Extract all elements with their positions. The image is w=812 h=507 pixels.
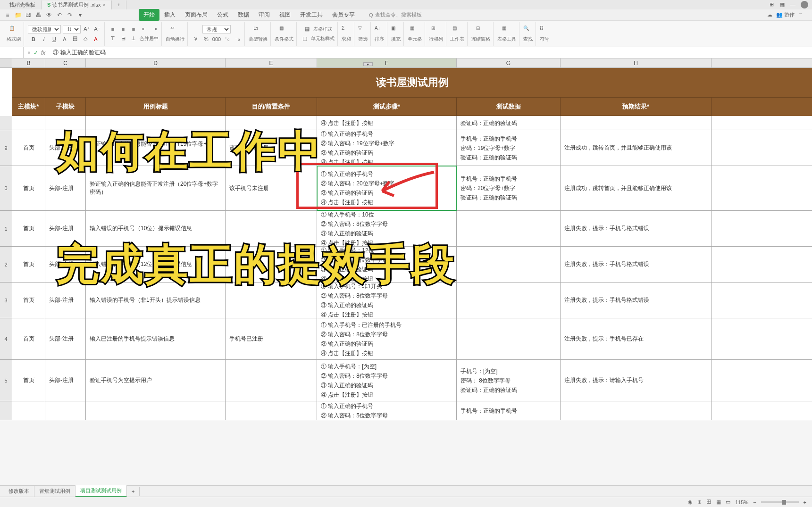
cell-steps[interactable]: ① 输入手机号：已注册的手机号② 输入密码：8位数字字母③ 输入正确的验证码④ … <box>317 318 457 359</box>
tab-review[interactable]: 审阅 <box>254 9 275 21</box>
cell-title[interactable]: 验证手机号为空提示用户 <box>86 360 226 401</box>
collab-button[interactable]: 👥 协作 <box>776 11 795 18</box>
sheet-tab-3[interactable]: 项目测试测试用例 <box>75 485 127 497</box>
cell-steps[interactable]: ④ 点击【注册】按钮 <box>317 116 457 130</box>
confirm-icon[interactable]: ✓ <box>33 50 38 56</box>
cell-data[interactable]: 手机号：[为空]密码： 8位数字字母验证码：正确的验证码 <box>457 360 561 401</box>
indent-icon[interactable]: ⇤ <box>140 25 148 33</box>
valign-top-icon[interactable]: ⊤ <box>109 35 117 42</box>
tab-vip[interactable]: 会员专享 <box>327 9 360 21</box>
font-size-select[interactable]: 10 <box>63 25 81 33</box>
tab-layout[interactable]: 页面布局 <box>180 9 212 21</box>
file-tab[interactable]: S 读书屋测试用例 .xlsx × <box>42 0 112 9</box>
row-number[interactable]: 0 <box>0 166 12 210</box>
view-normal-icon[interactable]: 田 <box>706 499 712 506</box>
cell-main[interactable]: 首页 <box>12 247 45 282</box>
row-number[interactable]: 1 <box>0 211 12 246</box>
cell-title[interactable]: 输入已注册的手机号提示错误信息 <box>86 318 226 359</box>
find-button[interactable]: 🔍查找 <box>523 25 533 42</box>
tab-data[interactable]: 数据 <box>233 9 254 21</box>
cell-expected[interactable]: 注册失败，提示：手机号已存在 <box>561 318 712 359</box>
cell-steps[interactable]: ① 输入手机号：[为空]② 输入密码：8位数字字母③ 输入正确的验证码④ 点击【… <box>317 360 457 401</box>
zoom-in-button[interactable]: + <box>804 499 806 505</box>
fill-color-button[interactable]: ◇ <box>81 35 90 43</box>
cell-sub[interactable]: 头部-注册 <box>45 360 86 401</box>
sort-button[interactable]: A↓排序 <box>375 25 384 42</box>
cell-data[interactable] <box>457 247 561 282</box>
cell-pre[interactable] <box>226 360 317 401</box>
minimize-icon[interactable]: — <box>790 1 797 8</box>
currency-icon[interactable]: ¥ <box>192 35 200 43</box>
cell-pre[interactable]: 手机号已注册 <box>226 318 317 359</box>
cell-main[interactable]: 首页 <box>12 360 45 401</box>
new-tab-button[interactable]: + <box>112 0 126 9</box>
avatar[interactable] <box>801 1 808 8</box>
cell-data[interactable]: 验证码：正确的验证码 <box>457 116 561 130</box>
strike-button[interactable]: 田 <box>71 35 79 43</box>
view-page-icon[interactable]: ▦ <box>716 499 721 505</box>
cell-expected[interactable]: 注册失败，提示：手机号格式错误 <box>561 247 712 282</box>
font-color-button[interactable]: A <box>60 35 69 43</box>
view-break-icon[interactable]: ▭ <box>726 499 730 505</box>
table-tool-button[interactable]: ▦表格工具 <box>497 25 516 42</box>
col-header-g[interactable]: G <box>457 58 561 67</box>
cell-button[interactable]: ▦单元格 <box>408 25 422 42</box>
font-color2-button[interactable]: A <box>92 35 100 43</box>
zoom-out-button[interactable]: − <box>753 499 756 505</box>
freeze-button[interactable]: ⊟冻结窗格 <box>471 25 490 42</box>
cell-main[interactable]: 首页 <box>12 166 45 210</box>
preview-icon[interactable]: 👁 <box>45 11 53 19</box>
row-number[interactable]: 9 <box>0 130 12 166</box>
outdent-icon[interactable]: ⇥ <box>150 25 159 33</box>
cancel-icon[interactable]: × <box>27 50 31 56</box>
sheet-tab-2[interactable]: 冒烟测试用例 <box>34 486 75 497</box>
table-style-icon[interactable]: ▦ <box>303 25 311 33</box>
cell-main[interactable] <box>12 116 45 130</box>
caret-icon[interactable]: ⌃ <box>798 12 803 18</box>
cell-dropdown-icon[interactable]: ▾ <box>363 62 373 66</box>
cond-format-button[interactable]: ▦ 条件格式 <box>275 25 293 42</box>
col-header-d[interactable]: D <box>86 58 226 67</box>
align-right-icon[interactable]: ≡ <box>129 25 138 33</box>
increase-font-icon[interactable]: A⁺ <box>83 25 91 33</box>
align-left-icon[interactable]: ≡ <box>109 25 117 33</box>
cell-steps[interactable]: ① 输入正确的手机号② 输入密码：19位字母+数字③ 输入正确的验证码④ 点击【… <box>317 130 457 166</box>
valign-bot-icon[interactable]: ⊥ <box>129 35 138 42</box>
number-format-select[interactable]: 常规 <box>202 25 231 33</box>
italic-button[interactable]: I <box>40 35 48 43</box>
layout-icon[interactable]: ⊞ <box>770 1 776 8</box>
cell-steps[interactable]: ① 输入正确的手机号② 输入密码：5位数字字母 <box>317 401 457 420</box>
cell-expected[interactable] <box>561 116 712 130</box>
cell-main[interactable]: 首页 <box>12 318 45 359</box>
cell-expected[interactable] <box>561 401 712 420</box>
decrease-font-icon[interactable]: A⁻ <box>93 25 101 33</box>
tab-formula[interactable]: 公式 <box>212 9 233 21</box>
fill-button[interactable]: ▣填充 <box>391 25 401 42</box>
cell-expected[interactable]: 注册成功，跳转首页，并且能够正确使用该 <box>561 130 712 166</box>
col-header-f[interactable]: F <box>317 58 457 67</box>
cell-sub[interactable] <box>45 401 86 420</box>
cell-pre[interactable] <box>226 401 317 420</box>
rowcol-button[interactable]: ⊞行和列 <box>429 25 443 42</box>
col-header-c[interactable]: C <box>45 58 86 67</box>
undo-icon[interactable]: ↶ <box>56 11 63 19</box>
redo-icon[interactable]: ↷ <box>66 11 74 19</box>
tab-start[interactable]: 开始 <box>139 9 159 21</box>
font-name-select[interactable]: 微软雅黑 <box>28 25 61 33</box>
cell-style-icon[interactable]: ▢ <box>301 35 309 42</box>
col-header-h[interactable]: H <box>561 58 712 67</box>
cell-data[interactable] <box>457 318 561 359</box>
cell-main[interactable]: 首页 <box>12 211 45 246</box>
name-box[interactable] <box>0 47 24 58</box>
align-center-icon[interactable]: ≡ <box>119 25 127 33</box>
cell-expected[interactable]: 注册失败，提示：请输入手机号 <box>561 360 712 401</box>
folder-icon[interactable]: 📁 <box>14 11 22 19</box>
cell-expected[interactable]: 注册失败，提示：手机号格式错误 <box>561 283 712 318</box>
grid-icon[interactable]: ▦ <box>780 1 787 8</box>
fx-icon[interactable]: fx <box>41 50 45 56</box>
sum-button[interactable]: Σ求和 <box>342 25 351 42</box>
dec-dec-icon[interactable]: ⁻₀ <box>233 35 242 43</box>
dropdown-icon[interactable]: ▾ <box>76 11 84 19</box>
cell-sub[interactable]: 头部-注册 <box>45 318 86 359</box>
row-number[interactable]: 3 <box>0 283 12 318</box>
